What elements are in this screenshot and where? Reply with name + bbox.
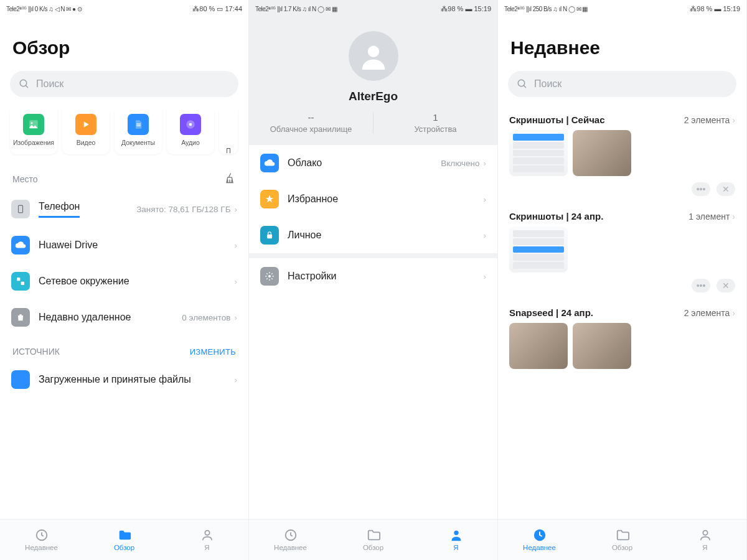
download-icon <box>11 370 30 389</box>
chevron-right-icon: › <box>235 313 238 322</box>
thumbnail-row <box>498 130 746 180</box>
nav-me[interactable]: Я <box>664 520 746 560</box>
pane-overview: Tele2⁴⁰ᴳ ||ıl 0 K/s ♫ ◁ N ✉ ● ⊙ ⁂80 % ▭ … <box>0 0 249 560</box>
row-downloads[interactable]: Загруженные и принятые файлы › <box>0 362 248 398</box>
close-button[interactable]: ✕ <box>716 279 735 292</box>
status-left: Tele2⁴⁰ᴳ ||ıl 250 B/s ♫ ıl N ◯ ✉ ▦ <box>504 6 588 12</box>
svg-rect-15 <box>267 235 272 238</box>
folder-icon <box>616 528 629 542</box>
section-source: ИСТОЧНИК ИЗМЕНИТЬ <box>0 335 248 362</box>
row-huawei-drive[interactable]: Huawei Drive › <box>0 227 248 263</box>
clock-icon <box>284 528 298 542</box>
document-icon <box>128 114 149 135</box>
phone-icon <box>11 200 30 218</box>
cloud-icon <box>260 154 279 172</box>
person-icon <box>698 528 712 542</box>
row-favorites[interactable]: Избранное › <box>249 181 497 217</box>
nav-recent[interactable]: Недавнее <box>0 520 83 560</box>
row-recently-deleted[interactable]: Недавно удаленное 0 элементов› <box>0 299 248 335</box>
row-personal[interactable]: Личное › <box>249 217 497 253</box>
svg-point-14 <box>367 46 378 57</box>
chevron-right-icon: › <box>484 231 487 240</box>
row-network[interactable]: Сетевое окружение › <box>0 263 248 299</box>
avatar <box>349 31 398 81</box>
chevron-right-icon: › <box>235 277 238 286</box>
person-icon <box>449 528 463 542</box>
cat-documents[interactable]: Документы <box>115 106 162 154</box>
svg-rect-5 <box>136 124 141 124</box>
image-icon <box>23 114 44 135</box>
section-place: Место <box>0 161 248 191</box>
nav-recent[interactable]: Недавнее <box>249 520 332 560</box>
group-header[interactable]: Snapseed | 24 апр. 2 элемента› <box>498 299 746 323</box>
gear-icon <box>260 267 279 286</box>
stat-cloud[interactable]: -- Облачное хранилище <box>249 112 373 134</box>
chevron-right-icon: › <box>235 205 238 214</box>
network-icon <box>11 272 30 291</box>
thumbnail[interactable] <box>573 130 631 176</box>
nav-overview[interactable]: Обзор <box>581 520 664 560</box>
status-left: Tele2⁴⁰ᴳ ||ıl 0 K/s ♫ ◁ N ✉ ● ⊙ <box>6 6 82 12</box>
profile-header[interactable]: AlterEgo -- Облачное хранилище 1 Устройс… <box>249 17 497 145</box>
svg-rect-9 <box>19 205 23 213</box>
nav-overview[interactable]: Обзор <box>83 520 166 560</box>
pane-recent: Tele2⁴⁰ᴳ ||ıl 250 B/s ♫ ıl N ◯ ✉ ▦ ⁂98 %… <box>498 0 747 560</box>
chevron-right-icon: › <box>235 375 238 385</box>
thumbnail[interactable] <box>509 323 568 369</box>
cat-more[interactable]: П <box>219 106 238 154</box>
nav-recent[interactable]: Недавнее <box>498 520 581 560</box>
clock-icon <box>35 528 49 542</box>
svg-line-1 <box>26 85 28 88</box>
nav-overview[interactable]: Обзор <box>332 520 415 560</box>
svg-point-22 <box>703 531 707 535</box>
group-header[interactable]: Скриншоты | 24 апр. 1 элемент› <box>498 202 746 226</box>
svg-line-20 <box>524 85 526 88</box>
cat-audio[interactable]: Аудио <box>167 106 214 154</box>
chevron-right-icon: › <box>484 195 487 204</box>
group-header[interactable]: Скриншоты | Сейчас 2 элемента› <box>498 106 746 130</box>
more-button[interactable]: ••• <box>692 182 710 196</box>
change-button[interactable]: ИЗМЕНИТЬ <box>190 347 236 357</box>
thumbnail-row <box>498 323 746 373</box>
bottom-nav: Недавнее Обзор Я <box>0 519 248 560</box>
chevron-right-icon: › <box>484 272 487 281</box>
row-settings[interactable]: Настройки › <box>249 258 497 294</box>
svg-point-19 <box>518 80 525 86</box>
stat-devices[interactable]: 1 Устройства <box>373 112 497 134</box>
status-right: ⁂98 % ▬ 15:19 <box>690 5 740 13</box>
page-title: Обзор <box>0 17 248 71</box>
row-cloud[interactable]: Облако Включено› <box>249 145 497 181</box>
page-title: Недавнее <box>498 17 746 71</box>
chevron-right-icon: › <box>484 159 487 168</box>
cat-video[interactable]: Видео <box>62 106 110 154</box>
folder-icon <box>367 528 380 542</box>
thumbnail[interactable] <box>509 226 568 273</box>
cat-images[interactable]: Изображения <box>10 106 57 154</box>
divider <box>249 253 497 258</box>
chevron-right-icon: › <box>235 241 238 250</box>
bottom-nav: Недавнее Обзор Я <box>249 519 497 560</box>
search-input[interactable]: Поиск <box>10 71 238 97</box>
cleanup-icon[interactable] <box>223 172 236 186</box>
chevron-right-icon: › <box>732 212 735 222</box>
svg-point-18 <box>454 531 458 535</box>
bottom-nav: Недавнее Обзор Я <box>498 519 746 560</box>
search-input[interactable]: Поиск <box>508 71 736 97</box>
search-icon <box>19 78 30 90</box>
thumbnail[interactable] <box>509 130 568 176</box>
svg-point-3 <box>31 122 33 124</box>
status-right: ⁂98 % ▬ 15:19 <box>441 5 491 13</box>
nav-me[interactable]: Я <box>166 520 248 560</box>
chevron-right-icon: › <box>732 308 735 318</box>
svg-rect-10 <box>17 278 20 281</box>
nav-me[interactable]: Я <box>415 520 497 560</box>
more-button[interactable]: ••• <box>692 279 710 292</box>
folder-icon <box>118 528 131 542</box>
svg-point-8 <box>189 123 192 126</box>
thumbnail[interactable] <box>573 323 631 369</box>
close-button[interactable]: ✕ <box>716 182 735 196</box>
chevron-right-icon: › <box>732 115 735 125</box>
search-placeholder: Поиск <box>36 78 63 90</box>
star-icon <box>260 190 279 208</box>
row-phone-storage[interactable]: Телефон Занято: 78,61 ГБ/128 ГБ› <box>0 191 248 227</box>
